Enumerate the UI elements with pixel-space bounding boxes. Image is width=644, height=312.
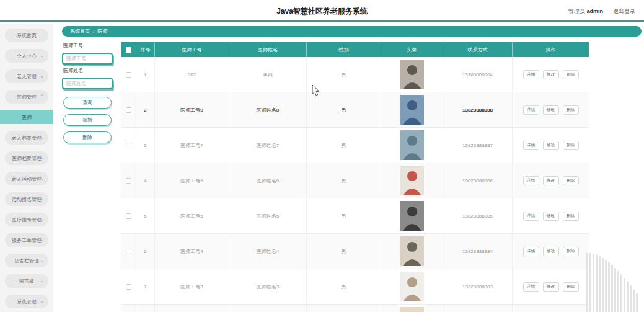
contact-cell: 13823888888 xyxy=(443,92,513,127)
surgeon-mask-arms-raised-photo xyxy=(400,130,424,160)
sidebar-item-label: 老人活动管理 xyxy=(12,176,42,182)
sidebar-item-medical-register-management[interactable]: 医疗挂号管理⌄ xyxy=(5,213,48,226)
sidebar-item-message-board[interactable]: 留言板⌄ xyxy=(5,274,48,288)
sidebar-item-doctor-management[interactable]: 医师管理⌃ xyxy=(5,90,48,104)
actions-cell xyxy=(513,305,589,312)
edit-button[interactable]: 修改 xyxy=(543,141,559,150)
table-row: 1002李四男13700000004详情修改删除 xyxy=(121,57,589,92)
actions-cell: 详情修改删除 xyxy=(513,269,589,304)
decorative-bar xyxy=(633,290,635,312)
contact-cell: 13823888886 xyxy=(443,163,513,198)
doctor-name-cell: 医师姓名7 xyxy=(229,128,307,163)
row-checkbox[interactable] xyxy=(126,249,131,254)
edit-button[interactable]: 修改 xyxy=(543,247,559,256)
doctor-id-cell: 医师工号4 xyxy=(155,234,229,269)
decorative-bar xyxy=(596,255,598,312)
delete-row-button[interactable]: 删除 xyxy=(563,105,579,115)
select-all-checkbox[interactable] xyxy=(126,47,131,53)
partial-doctor-photo xyxy=(400,307,424,312)
edit-button[interactable]: 修改 xyxy=(543,70,559,79)
delete-row-button[interactable]: 删除 xyxy=(563,141,579,150)
table-row: 3医师工号7医师姓名7男13823888887详情修改删除 xyxy=(121,128,589,163)
avatar-cell xyxy=(381,92,443,127)
edit-button[interactable]: 修改 xyxy=(543,176,559,185)
detail-button[interactable]: 详情 xyxy=(523,70,539,79)
doctor-id-input[interactable] xyxy=(62,53,113,65)
row-checkbox[interactable] xyxy=(126,178,131,184)
sidebar-item-system-home[interactable]: 系统首页 xyxy=(5,29,48,42)
detail-button[interactable]: 详情 xyxy=(523,176,539,185)
contact-cell: 13823888884 xyxy=(443,234,513,269)
doctor-id-cell: 医师工号5 xyxy=(155,198,229,233)
row-checkbox[interactable] xyxy=(126,107,131,113)
query-button[interactable]: 查询 xyxy=(63,97,112,109)
row-checkbox[interactable] xyxy=(126,213,131,219)
row-checkbox[interactable] xyxy=(126,143,131,148)
sidebar-item-personal-center[interactable]: 个人中心⌄ xyxy=(5,49,48,63)
logout-link[interactable]: 退出登录 xyxy=(613,7,635,16)
sidebar-item-notice-board-management[interactable]: 公告栏管理⌄ xyxy=(5,254,48,267)
add-button[interactable]: 新增 xyxy=(63,114,112,126)
detail-button[interactable]: 详情 xyxy=(523,282,539,292)
sidebar-item-system-management[interactable]: 系统管理⌄ xyxy=(5,295,48,308)
delete-row-button[interactable]: 删除 xyxy=(563,70,579,79)
decorative-bar xyxy=(617,271,619,312)
gender-cell: 男 xyxy=(307,198,381,233)
decorative-bars xyxy=(586,250,638,312)
chevron-down-icon: ⌄ xyxy=(40,216,44,222)
chevron-down-icon: ⌄ xyxy=(40,237,44,243)
sidebar-item-doctor-archive-management[interactable]: 医师档案管理⌄ xyxy=(5,151,48,165)
sidebar-item-doctor[interactable]: 医师 xyxy=(0,110,53,124)
detail-button[interactable]: 详情 xyxy=(523,212,539,221)
user-info: 管理员 admin xyxy=(568,7,603,16)
breadcrumb-home[interactable]: 系统首页 xyxy=(70,28,90,35)
detail-button[interactable]: 详情 xyxy=(523,105,539,115)
sidebar-item-service-order-management[interactable]: 服务工单管理⌄ xyxy=(5,233,48,247)
row-select-cell xyxy=(121,163,136,198)
sidebar-item-elder-activity-management[interactable]: 老人活动管理⌄ xyxy=(5,172,48,185)
delete-row-button[interactable]: 删除 xyxy=(563,247,579,256)
woman-doctor-white-coat-photo xyxy=(400,272,424,301)
decorative-bar xyxy=(636,293,638,312)
chevron-down-icon: ⌄ xyxy=(40,257,44,263)
search-panel: 医师工号 医师姓名 查询 新增 删除 xyxy=(62,40,114,143)
actions-cell: 详情修改删除 xyxy=(513,198,589,233)
row-index-cell: 1 xyxy=(136,57,155,92)
contact-cell: 13823888887 xyxy=(443,128,513,163)
doctor-table: 序号医师工号医师姓名性别头像联系方式操作 1002李四男13700000004详… xyxy=(121,42,589,312)
delete-row-button[interactable]: 删除 xyxy=(563,176,579,185)
gender-cell: 男 xyxy=(307,234,381,269)
edit-button[interactable]: 修改 xyxy=(543,105,559,115)
sidebar-item-activity-signup-management[interactable]: 活动报名管理⌄ xyxy=(5,192,48,206)
doctor-id-cell: 医师工号8 xyxy=(155,92,229,127)
top-header: Java智慧社区养老服务系统 管理员 admin 退出登录 xyxy=(0,0,644,22)
chevron-down-icon: ⌄ xyxy=(40,135,44,140)
avatar-cell xyxy=(381,198,443,233)
detail-button[interactable]: 详情 xyxy=(523,247,539,256)
man-gray-shirt-selfie-photo xyxy=(400,60,424,89)
sidebar-item-elder-management[interactable]: 老人管理⌄ xyxy=(5,69,48,83)
delete-row-button[interactable]: 删除 xyxy=(563,282,579,292)
black-white-man-portrait-photo xyxy=(400,201,424,231)
sidebar-item-label: 服务工单管理 xyxy=(12,237,42,244)
chevron-down-icon: ⌄ xyxy=(40,278,44,283)
chevron-down-icon: ⌄ xyxy=(40,73,44,79)
row-select-cell xyxy=(121,128,136,163)
decorative-bar xyxy=(611,265,613,312)
edit-button[interactable]: 修改 xyxy=(543,212,559,221)
row-checkbox[interactable] xyxy=(126,284,131,290)
table-row: 6医师工号4医师姓名4男13823888884详情修改删除 xyxy=(121,234,589,269)
table-row: 5医师工号5医师姓名5男13823888885详情修改删除 xyxy=(121,198,589,234)
delete-button[interactable]: 删除 xyxy=(63,131,112,143)
sidebar-item-elder-archive-management[interactable]: 老人档案管理⌄ xyxy=(5,131,48,145)
row-checkbox[interactable] xyxy=(126,72,131,78)
chevron-down-icon: ⌄ xyxy=(40,298,44,304)
sidebar-item-label: 医师管理 xyxy=(17,94,37,100)
decorative-bar xyxy=(589,253,591,312)
sidebar-item-label: 老人管理 xyxy=(17,73,37,80)
edit-button[interactable]: 修改 xyxy=(543,282,559,292)
delete-row-button[interactable]: 删除 xyxy=(563,212,579,221)
decorative-bar xyxy=(605,260,607,312)
detail-button[interactable]: 详情 xyxy=(523,141,539,150)
doctor-name-input[interactable] xyxy=(62,78,113,89)
